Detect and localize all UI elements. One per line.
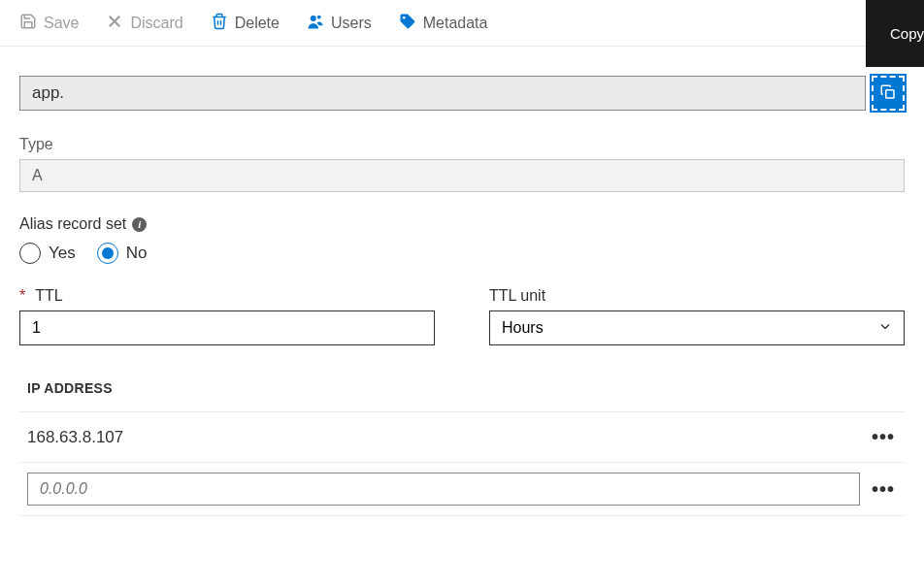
save-icon	[19, 13, 37, 34]
ip-row-new: •••	[19, 463, 905, 516]
ttl-unit-select[interactable]	[489, 310, 905, 345]
ip-section-header: IP ADDRESS	[19, 380, 905, 411]
copy-tooltip: Copy	[866, 0, 924, 67]
ttl-unit-field: TTL unit	[489, 287, 905, 345]
type-label: Type	[19, 136, 905, 153]
ip-list: 168.63.8.107 ••• •••	[19, 411, 905, 516]
ip-input[interactable]	[27, 473, 860, 506]
radio-icon	[19, 243, 41, 264]
type-field: Type A	[19, 136, 905, 192]
ttl-input[interactable]	[19, 310, 435, 345]
ttl-field: *TTL	[19, 287, 435, 345]
type-value: A	[19, 159, 905, 192]
alias-radio-yes[interactable]: Yes	[19, 243, 76, 264]
users-button[interactable]: Users	[307, 13, 372, 34]
ip-row: 168.63.8.107 •••	[19, 412, 905, 463]
record-name-input[interactable]	[19, 76, 866, 111]
content-panel: Type A Alias record set i Yes No *TTL	[0, 47, 924, 516]
delete-label: Delete	[235, 15, 280, 32]
ttl-label: *TTL	[19, 287, 435, 305]
ttl-unit-label: TTL unit	[489, 287, 905, 305]
svg-point-4	[403, 16, 406, 18]
tag-icon	[399, 13, 416, 34]
alias-label: Alias record set i	[19, 215, 905, 233]
delete-button[interactable]: Delete	[211, 13, 280, 34]
ip-value: 168.63.8.107	[27, 428, 860, 447]
trash-icon	[211, 13, 228, 34]
more-menu-button[interactable]: •••	[870, 478, 897, 501]
metadata-label: Metadata	[423, 15, 488, 32]
copy-name-button[interactable]	[872, 76, 905, 111]
record-name-row	[19, 76, 905, 111]
users-label: Users	[331, 15, 372, 32]
svg-rect-5	[886, 89, 894, 97]
alias-radio-group: Yes No	[19, 243, 905, 264]
users-icon	[307, 13, 324, 34]
alias-field: Alias record set i Yes No	[19, 215, 905, 264]
metadata-button[interactable]: Metadata	[399, 13, 488, 34]
save-label: Save	[44, 15, 79, 32]
ttl-row: *TTL TTL unit	[19, 287, 905, 345]
close-icon	[106, 13, 123, 34]
toolbar: Save Discard Delete Users Metadata	[0, 0, 924, 47]
discard-label: Discard	[130, 15, 182, 32]
copy-icon	[879, 83, 897, 104]
more-menu-button[interactable]: •••	[870, 426, 897, 448]
svg-point-2	[311, 16, 316, 21]
save-button[interactable]: Save	[19, 13, 79, 34]
alias-radio-no[interactable]: No	[97, 243, 148, 264]
radio-icon	[97, 243, 118, 264]
svg-point-3	[317, 15, 321, 18]
discard-button[interactable]: Discard	[106, 13, 182, 34]
info-icon[interactable]: i	[132, 217, 147, 232]
